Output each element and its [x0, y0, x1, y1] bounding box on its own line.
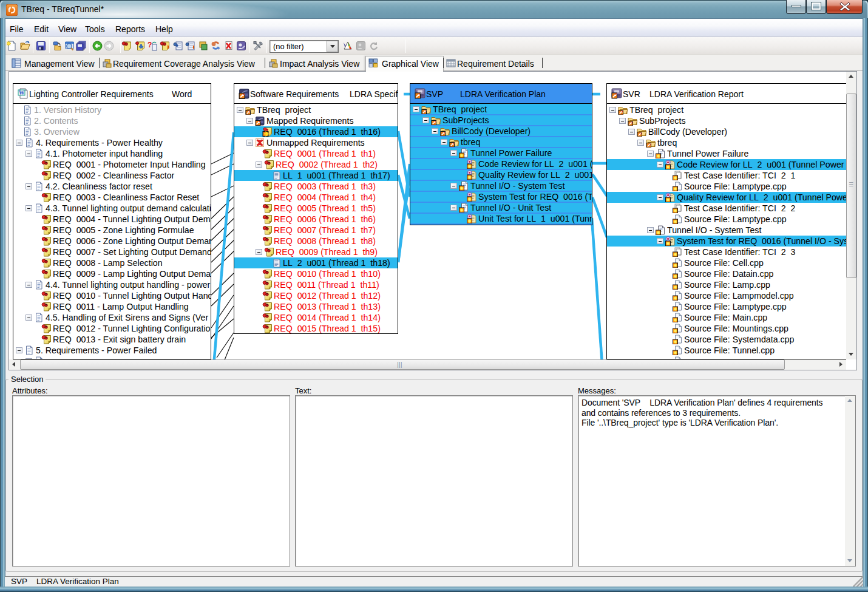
svg-text:?: ? [147, 41, 152, 49]
